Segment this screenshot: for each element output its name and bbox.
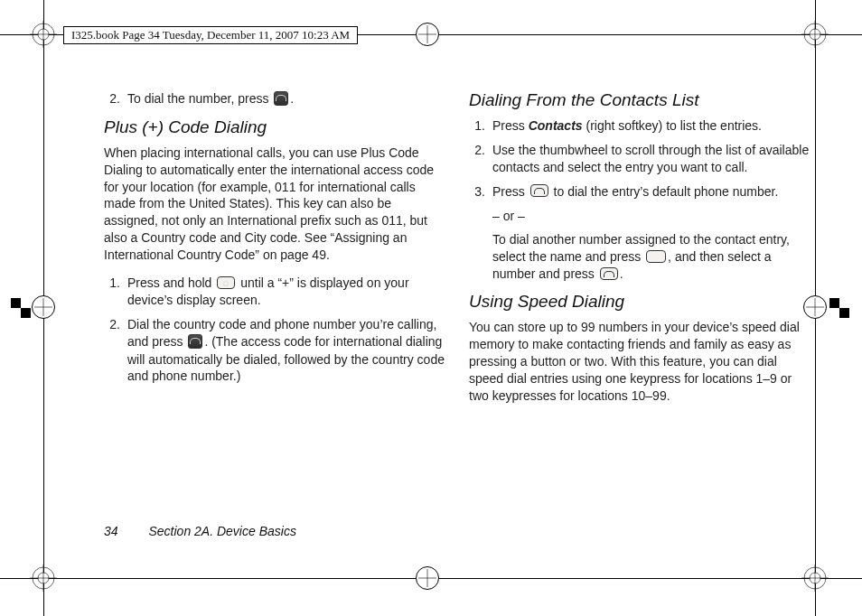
text-fragment: to dial the entry’s default phone number…	[554, 184, 779, 199]
step-text: Press Contacts (right softkey) to list t…	[492, 117, 812, 135]
text-fragment: .	[290, 91, 294, 106]
text-fragment: Press	[492, 184, 529, 199]
softkey-label: Contacts	[529, 118, 583, 133]
registration-quad-left	[11, 298, 31, 318]
ok-key-icon	[646, 250, 666, 263]
or-separator: – or –	[469, 208, 812, 225]
registration-mark-top-left	[25, 16, 61, 52]
step-number: 2.	[104, 316, 120, 385]
talk-key-icon	[600, 267, 618, 280]
registration-quad-right	[829, 298, 849, 318]
text-fragment: Press	[492, 118, 529, 133]
text-fragment: .	[620, 266, 623, 281]
step-text: Dial the country code and phone number y…	[127, 316, 447, 385]
step-number: 3.	[469, 183, 485, 201]
step-number: 1.	[469, 117, 485, 135]
page-footer: 34 Section 2A. Device Basics	[104, 524, 296, 538]
heading-speed-dialing: Using Speed Dialing	[469, 292, 812, 312]
registration-circle-left	[32, 295, 55, 319]
step-text: Press and hold until a “+” is displayed …	[127, 275, 447, 309]
step-number: 1.	[104, 275, 120, 309]
alt-instruction: To dial another number assigned to the c…	[469, 231, 812, 283]
registration-circle-bottom	[416, 566, 439, 590]
phone-key-icon	[274, 91, 288, 106]
step-text: To dial the number, press .	[127, 90, 447, 108]
heading-contacts-list: Dialing From the Contacts List	[469, 90, 812, 110]
text-fragment: (right softkey) to list the entries.	[583, 118, 762, 133]
column-left: 2. To dial the number, press . Plus (+) …	[104, 90, 447, 517]
page-content: 2. To dial the number, press . Plus (+) …	[104, 90, 812, 517]
registration-mark-bottom-left	[25, 560, 61, 596]
talk-key-icon	[530, 184, 548, 197]
step-text: Press to dial the entry’s default phone …	[492, 183, 812, 201]
section-label: Section 2A. Device Basics	[148, 524, 295, 538]
page-meta: I325.book Page 34 Tuesday, December 11, …	[63, 26, 358, 44]
step-number: 2.	[104, 90, 120, 108]
page-number: 34	[104, 524, 118, 538]
step-number: 2.	[469, 142, 485, 176]
heading-plus-code-dialing: Plus (+) Code Dialing	[104, 117, 447, 137]
registration-mark-bottom-right	[797, 560, 833, 596]
text-fragment: Press and hold	[127, 275, 215, 290]
paragraph-speed-body: You can store up to 99 numbers in your d…	[469, 319, 812, 404]
step-text: Use the thumbwheel to scroll through the…	[492, 142, 812, 176]
zero-key-icon	[217, 276, 235, 289]
text-fragment: To dial the number, press	[127, 91, 272, 106]
paragraph-plus-body: When placing international calls, you ca…	[104, 145, 447, 264]
column-right: Dialing From the Contacts List 1. Press …	[469, 90, 812, 517]
phone-key-icon	[188, 334, 202, 349]
registration-circle-top	[416, 23, 439, 46]
registration-mark-top-right	[797, 16, 833, 52]
